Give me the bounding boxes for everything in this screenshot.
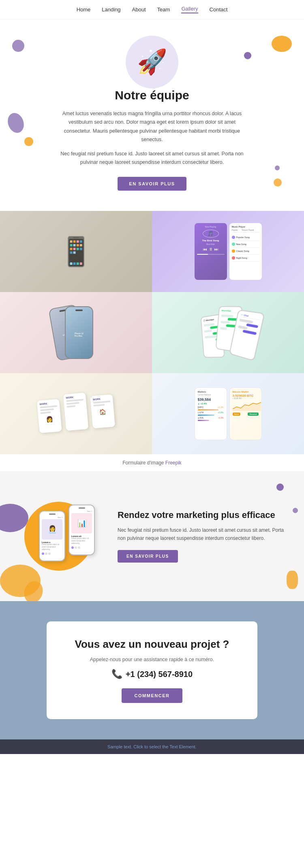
btc-price-chart (233, 401, 261, 411)
wallet-amount: $39,584 (198, 397, 224, 402)
decoration-blob-orange-tiny (274, 178, 282, 187)
btc-action-row: Send Receive (233, 413, 259, 416)
gallery-cell-5[interactable]: WORK 👩 WORK WORK (0, 373, 152, 454)
gallery-cell-4[interactable]: 💬 Messages WhatsApp (152, 292, 304, 373)
playlist-card: Music Player PopularRecent Played Popula… (229, 223, 262, 280)
cta-phone-text: +1 (234) 567-8910 (126, 670, 193, 679)
waveform-icon: 🎵 (203, 230, 219, 238)
wallet-change: ▲ +2.4% (198, 402, 224, 405)
marketing-cta-button[interactable]: EN SAVOIR PLUS (118, 550, 178, 563)
mkt-blob-purple-small-right (293, 508, 298, 513)
freepik-link[interactable]: Freepik (165, 460, 182, 466)
playlist-item-2: New Song (232, 241, 259, 248)
playlist-item-4: Night Song (232, 255, 259, 262)
marketing-phone-2: New ↗ 📊 Lorem sit Lorem ipsum dolor sit … (69, 505, 95, 555)
marketing-phone-1: New ↗ 👩‍💼 Lorem s Lorem ipsum dolor sit … (39, 511, 65, 561)
decoration-blob-purple-paint (5, 111, 27, 135)
cta-phone-number: 📞 +1 (234) 567-8910 (59, 669, 245, 679)
marketing-phone-wrap: New ↗ 👩‍💼 Lorem s Lorem ipsum dolor sit … (39, 511, 95, 561)
cta-subtitle: Appelez-nous pour une assistance rapide … (59, 657, 245, 662)
cta-section: Vous avez un nouveau projet ? Appelez-no… (0, 601, 304, 740)
chat-msg-3-sent-2 (242, 329, 257, 335)
playlist-item-3: Classic Song (232, 248, 259, 255)
chat-msg-received-3 (204, 335, 217, 338)
cta-title: Vous avez un nouveau projet ? (59, 638, 245, 651)
gallery-cell-3[interactable]: Phone 12 Phone 12Pro Max (0, 292, 152, 373)
hero-paragraph-2: Nec feugiat nisl pretium fusce id. Justo… (59, 150, 245, 167)
cta-button[interactable]: COMMENCER (122, 688, 183, 703)
marketing-phone-1-screen: New ↗ 👩‍💼 Lorem s Lorem ipsum dolor sit … (40, 511, 64, 561)
iphone-label-front: Phone 12Pro Max (75, 332, 83, 337)
gallery-caption: Formulaire d'image Freepik (0, 454, 304, 471)
decoration-blob-orange-large (272, 36, 292, 52)
work-card-2: WORK (63, 392, 89, 430)
wallet-balance-label: Current Balance (198, 394, 224, 396)
gallery-cell-2[interactable]: Now Playing 🎵 The Best Song Best Artist … (152, 211, 304, 292)
footer-text: Sample text. Click to select the Text El… (107, 744, 197, 749)
phone-2-illustration: 📊 (71, 513, 92, 533)
playback-controls: ⏮⏸⏭ (203, 247, 218, 251)
gallery-visual-6: Wallets Current Balance $39,584 ▲ +2.4% … (152, 373, 304, 454)
mkt-blob-purple-top-right (276, 483, 284, 491)
chat-msg-received-2 (204, 329, 212, 332)
wallet-coin-row-2: Ξ ETH +0.8% (198, 411, 224, 414)
hero-section: 🚀 Notre équipe Amet luctus venenatis lec… (0, 19, 304, 211)
wallet-card: Wallets Current Balance $39,584 ▲ +2.4% … (195, 387, 227, 440)
marketing-text: Rendez votre marketing plus efficace Nec… (118, 509, 288, 562)
chat-msg-3-received-1 (239, 318, 253, 323)
gallery-visual-2: Now Playing 🎵 The Best Song Best Artist … (152, 211, 304, 292)
gallery-visual-5: WORK 👩 WORK WORK (0, 373, 152, 454)
nav-landing[interactable]: Landing (102, 6, 120, 13)
gallery-visual-3: Phone 12 Phone 12Pro Max (0, 292, 152, 373)
music-player-card: Now Playing 🎵 The Best Song Best Artist … (195, 223, 227, 280)
phone-icon: 📞 (111, 669, 122, 679)
btc-usd-value: ≈ $138,450 (233, 397, 259, 400)
nav-home[interactable]: Home (77, 6, 91, 13)
chat-msg-2-received-1 (221, 314, 233, 317)
chat-msg-2-received-2 (221, 320, 230, 323)
gallery-grid: 📱 Now Playing 🎵 The Best Song Best Artis… (0, 211, 304, 454)
gallery-visual-1: 📱 (0, 211, 152, 292)
hero-illustration-circle: 🚀 (126, 36, 178, 88)
gallery-section: 📱 Now Playing 🎵 The Best Song Best Artis… (0, 211, 304, 471)
song-title: The Best Song (202, 239, 219, 242)
hero-paragraph-1: Amet luctus venenatis lectus magna fring… (59, 110, 245, 144)
footer: Sample text. Click to select the Text El… (0, 739, 304, 754)
rocket-illustration: 🚀 (137, 50, 167, 74)
iphone-front: Phone 12Pro Max (65, 306, 93, 359)
nav-contact[interactable]: Contact (210, 6, 228, 13)
chat-msg-received-1 (203, 323, 214, 327)
gallery-cell-1[interactable]: 📱 (0, 211, 152, 292)
wallet-coin-row-1: ₿ BTC +1.2% (198, 406, 224, 408)
decoration-blob-purple-dot (12, 40, 24, 52)
cta-box: Vous avez un nouveau projet ? Appelez-no… (47, 621, 257, 720)
playlist-item-1: Popular Song (232, 234, 259, 241)
bitcoin-wallet-card: Bitcoin Wallet 3.529020 BTC ≈ $138,450 S… (229, 387, 262, 440)
work-card-3: WORK 🏠 (90, 394, 115, 428)
chat-msg-2-received-3 (220, 327, 227, 330)
chat-app-mockup: 💬 Messages WhatsApp (204, 308, 256, 357)
decoration-blob-orange-small (24, 137, 33, 146)
gallery-cell-6[interactable]: Wallets Current Balance $39,584 ▲ +2.4% … (152, 373, 304, 454)
nav-gallery[interactable]: Gallery (181, 6, 198, 13)
work-card-1: WORK 👩 (37, 399, 62, 433)
marketing-section: New ↗ 👩‍💼 Lorem s Lorem ipsum dolor sit … (0, 471, 304, 601)
phone-1-illustration: 👩‍💼 (42, 519, 62, 539)
hero-cta-button[interactable]: EN SAVOIR PLUS (118, 177, 186, 191)
mkt-blob-orange-right (287, 571, 298, 589)
navigation: Home Landing About Team Gallery Contact (0, 0, 304, 19)
phone-2-subtitle: Lorem ipsum dolor sit amet consectetur a… (71, 537, 92, 545)
wallet-title: Wallets (198, 391, 224, 393)
nav-team[interactable]: Team (157, 6, 170, 13)
marketing-description: Nec feugiat nisl pretium fusce id. Justo… (118, 526, 288, 543)
decoration-blob-purple-small (244, 52, 251, 59)
marketing-phones-container: New ↗ 👩‍💼 Lorem s Lorem ipsum dolor sit … (16, 511, 105, 561)
btc-amount: 3.529020 BTC (233, 394, 259, 397)
gallery-visual-4: 💬 Messages WhatsApp (152, 292, 304, 373)
decoration-blob-purple-tiny (275, 165, 280, 170)
nav-about[interactable]: About (132, 6, 146, 13)
wallet-coin-row-3: ◎ SOL -0.3% (198, 417, 224, 419)
marketing-title: Rendez votre marketing plus efficace (118, 509, 288, 521)
hero-title: Notre équipe (32, 88, 272, 102)
marketing-phone-2-screen: New ↗ 📊 Lorem sit Lorem ipsum dolor sit … (69, 505, 94, 554)
